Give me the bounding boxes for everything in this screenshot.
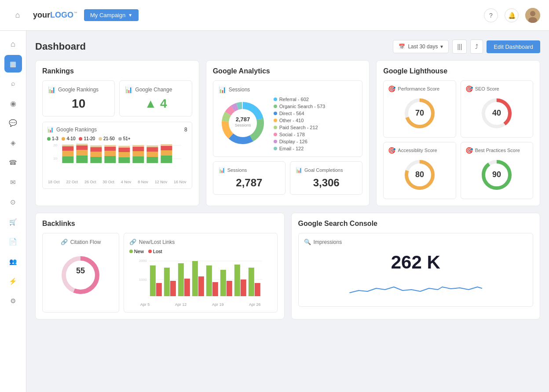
svg-rect-31 [146, 157, 158, 163]
svg-rect-75 [192, 261, 198, 296]
seo-score-header: 🎯 SEO Score [465, 85, 528, 92]
sessions-donut-card: 📊 Sessions [213, 80, 363, 157]
svg-rect-38 [161, 144, 172, 146]
best-practices-header: 🎯 Best Practices Score [465, 147, 528, 154]
citation-donut-wrapper: 55 [48, 249, 113, 301]
google-rankings-mini: 📊 Google Rankings 10 [42, 80, 115, 116]
svg-text:Sessions: Sessions [234, 123, 251, 127]
campaign-button[interactable]: My Campaign ▼ [84, 9, 139, 21]
sidebar-item-messages[interactable]: 💬 [4, 114, 22, 132]
svg-rect-77 [206, 265, 212, 296]
sidebar-item-shopping[interactable]: 🛒 [4, 213, 22, 231]
google-rankings-header: 📊 Google Rankings [48, 86, 109, 93]
new-lost-bar-chart: 2000 1000 [129, 257, 272, 301]
goal-completions-card: 📊 Goal Completions 3,306 [290, 161, 362, 195]
backlinks-grid: 🔗 Citation Flow 55 [42, 233, 278, 312]
home-nav-icon[interactable]: ⌂ [9, 11, 26, 20]
sessions-mini-header: 📊 Sessions [219, 167, 280, 173]
new-lost-links-card: 🔗 New/Lost Links New Lost 2000 1000 [124, 233, 278, 312]
svg-rect-28 [132, 151, 144, 156]
date-range-label: Last 30 days [408, 44, 438, 50]
svg-rect-18 [90, 145, 102, 147]
svg-rect-79 [220, 270, 226, 296]
best-practices-gauge: 90 [479, 157, 514, 192]
notifications-button[interactable]: 🔔 [505, 8, 519, 22]
svg-text:10: 10 [53, 156, 57, 160]
google-change-header: 📊 Google Change [125, 86, 186, 93]
chart-legend: 1-3 4-10 11-20 21-50 51+ [47, 136, 187, 141]
page-title: Dashboard [35, 41, 393, 52]
logo: yourLOGO™ [33, 11, 77, 20]
svg-rect-71 [164, 268, 170, 296]
change-value: ▲ 4 [125, 97, 186, 111]
svg-text:40: 40 [492, 109, 501, 117]
chart-title-text: Google Rankings [56, 127, 97, 133]
new-lost-links-header: 🔗 New/Lost Links [129, 239, 272, 245]
share-button[interactable]: ⤴ [470, 40, 483, 54]
sidebar-item-analytics[interactable]: ◉ [4, 94, 22, 112]
help-button[interactable]: ? [484, 8, 498, 22]
sidebar-item-email[interactable]: ✉ [4, 174, 22, 191]
sidebar-item-document[interactable]: 📄 [4, 233, 22, 250]
svg-rect-27 [132, 156, 144, 163]
svg-rect-35 [161, 156, 172, 163]
user-avatar[interactable] [525, 8, 540, 23]
donut-chart-container: 2,787 Sessions Referral - 602 Organic Se… [219, 97, 357, 151]
rankings-label: Google Rankings [58, 87, 99, 93]
svg-text:1000: 1000 [139, 278, 147, 282]
sidebar-item-phone[interactable]: ☎ [4, 154, 22, 171]
sidebar-item-dashboard[interactable]: ▦ [4, 55, 22, 73]
nav-icons: ? 🔔 [484, 8, 540, 23]
sessions-count-card: 📊 Sessions 2,787 [213, 161, 285, 195]
svg-rect-10 [62, 145, 73, 146]
svg-rect-12 [76, 150, 88, 156]
change-label: Google Change [135, 87, 172, 93]
campaign-dropdown-arrow: ▼ [128, 13, 132, 18]
bottom-row: Backlinks 🔗 Citation Flow [35, 213, 540, 319]
google-lighthouse-card: Google Lighthouse 🎯 Performance Score [376, 60, 540, 206]
svg-text:90: 90 [492, 170, 501, 179]
svg-rect-13 [76, 145, 88, 150]
svg-rect-7 [62, 156, 73, 163]
google-analytics-card: Google Analytics 📊 Sessions [206, 60, 370, 206]
sidebar-item-settings[interactable]: ⚙ [4, 292, 22, 310]
edit-dashboard-button[interactable]: Edit Dashboard [487, 40, 540, 53]
svg-text:2,787: 2,787 [235, 116, 250, 123]
svg-text:20: 20 [53, 143, 57, 147]
svg-rect-29 [132, 147, 144, 151]
sidebar-item-integrations[interactable]: ⚡ [4, 272, 22, 290]
sessions-count-value: 2,787 [219, 177, 280, 189]
sidebar-item-home[interactable]: ⌂ [4, 35, 22, 53]
lighthouse-title: Google Lighthouse [383, 67, 533, 75]
svg-rect-34 [146, 145, 158, 147]
sidebar-item-social[interactable]: ◈ [4, 134, 22, 152]
dashboard-header: Dashboard 📅 Last 30 days ▾ ||| ⤴ Edit Da… [35, 40, 540, 54]
svg-text:80: 80 [415, 170, 424, 179]
svg-rect-74 [184, 279, 190, 296]
sidebar-item-search[interactable]: ⌕ [4, 75, 22, 92]
svg-text:55: 55 [76, 266, 85, 275]
rankings-title: Rankings [42, 67, 192, 75]
svg-rect-16 [90, 152, 102, 157]
sidebar-item-location[interactable]: ⊙ [4, 193, 22, 211]
svg-rect-37 [161, 146, 172, 150]
google-search-console-card: Google Search Console 🔍 Impressions 262 … [291, 213, 541, 319]
campaign-label: My Campaign [90, 12, 125, 18]
seo-gauge: 40 [479, 96, 514, 131]
svg-text:2000: 2000 [139, 259, 147, 263]
google-analytics-title: Google Analytics [213, 67, 363, 75]
sidebar-item-users[interactable]: 👥 [4, 253, 22, 270]
x-axis-labels: 18 Oct22 Oct26 Oct30 Oct 4 Nov8 Nov12 No… [47, 180, 187, 184]
svg-rect-82 [241, 279, 246, 296]
date-range-button[interactable]: 📅 Last 30 days ▾ [393, 40, 449, 53]
chart-view-button[interactable]: ||| [452, 40, 467, 54]
sessions-mini-label: Sessions [227, 167, 247, 173]
svg-rect-15 [90, 157, 102, 163]
svg-rect-70 [156, 283, 162, 296]
impressions-label: Impressions [314, 239, 342, 245]
citation-flow-label: Citation Flow [70, 239, 101, 245]
analytics-bottom-grid: 📊 Sessions 2,787 📊 Goal Completions 3,30… [213, 161, 363, 195]
citation-flow-card: 🔗 Citation Flow 55 [42, 233, 119, 312]
svg-rect-24 [118, 152, 130, 157]
rankings-value: 10 [48, 97, 109, 111]
